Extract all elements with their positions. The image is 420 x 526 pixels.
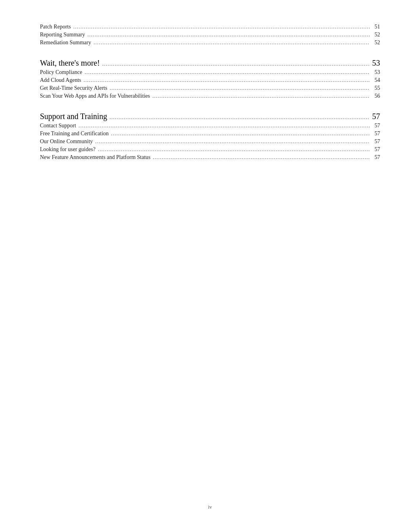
toc-label: New Feature Announcements and Platform S… <box>40 154 151 161</box>
toc-entry-row: Scan Your Web Apps and APIs for Vulnerab… <box>40 93 380 99</box>
toc-dots <box>78 123 370 129</box>
toc-page-number: 57 <box>372 146 380 153</box>
toc-page-number: 57 <box>372 123 380 129</box>
toc-dots <box>87 32 370 38</box>
toc-entry-row: Reporting Summary52 <box>40 32 380 38</box>
toc-spacer <box>40 47 380 51</box>
toc-dots <box>73 24 370 30</box>
toc-label: Free Training and Certification <box>40 131 109 137</box>
toc-entry-row: Policy Compliance53 <box>40 69 380 76</box>
toc-entry-row: New Feature Announcements and Platform S… <box>40 154 380 161</box>
toc-dots <box>111 131 370 137</box>
toc-label: Add Cloud Agents <box>40 77 81 83</box>
toc-section-header: Wait, there's more!53 <box>40 59 380 68</box>
toc-dots <box>83 77 370 83</box>
toc-entry-row: Our Online Community57 <box>40 138 380 145</box>
toc-dots <box>152 93 370 99</box>
toc-spacer <box>40 101 380 105</box>
toc-page-number: 57 <box>372 112 380 121</box>
toc-page-number: 52 <box>372 40 380 46</box>
toc-page-number: 51 <box>372 24 380 30</box>
toc-entry-row: Contact Support57 <box>40 123 380 129</box>
toc-page-number: 55 <box>372 85 380 91</box>
toc-dots <box>95 138 370 145</box>
toc-entry-row: Free Training and Certification57 <box>40 131 380 137</box>
toc-label: Policy Compliance <box>40 69 82 76</box>
toc-label: Contact Support <box>40 123 76 129</box>
toc-entry-row: Remediation Summary52 <box>40 40 380 46</box>
toc-label: Our Online Community <box>40 138 93 145</box>
toc-container: Patch Reports51Reporting Summary52Remedi… <box>40 24 380 162</box>
toc-entry-row: Get Real-Time Security Alerts55 <box>40 85 380 91</box>
toc-dots <box>153 154 370 161</box>
toc-page-number: 57 <box>372 154 380 161</box>
toc-page-number: 56 <box>372 93 380 99</box>
toc-dots <box>110 114 370 121</box>
toc-entry-row: Looking for user guides?57 <box>40 146 380 153</box>
toc-entry-row: Add Cloud Agents54 <box>40 77 380 83</box>
toc-page-number: 52 <box>372 32 380 38</box>
toc-page-number: 53 <box>372 59 380 68</box>
toc-dots <box>102 61 370 67</box>
toc-dots <box>93 40 370 46</box>
toc-section-header: Support and Training57 <box>40 112 380 121</box>
toc-entry-row: Patch Reports51 <box>40 24 380 30</box>
toc-page-number: 54 <box>372 77 380 83</box>
toc-page-number: 57 <box>372 138 380 145</box>
toc-dots <box>98 146 370 153</box>
toc-label: Get Real-Time Security Alerts <box>40 85 107 91</box>
page-number: iv <box>208 504 212 510</box>
toc-label: Reporting Summary <box>40 32 85 38</box>
page-footer: iv <box>0 504 420 510</box>
toc-label: Looking for user guides? <box>40 146 95 153</box>
toc-label: Support and Training <box>40 112 107 121</box>
toc-page-number: 53 <box>372 69 380 76</box>
toc-dots <box>85 69 370 76</box>
toc-dots <box>110 85 370 91</box>
toc-label: Scan Your Web Apps and APIs for Vulnerab… <box>40 93 150 99</box>
toc-label: Patch Reports <box>40 24 71 30</box>
toc-page-number: 57 <box>372 131 380 137</box>
toc-label: Remediation Summary <box>40 40 91 46</box>
toc-label: Wait, there's more! <box>40 59 100 68</box>
